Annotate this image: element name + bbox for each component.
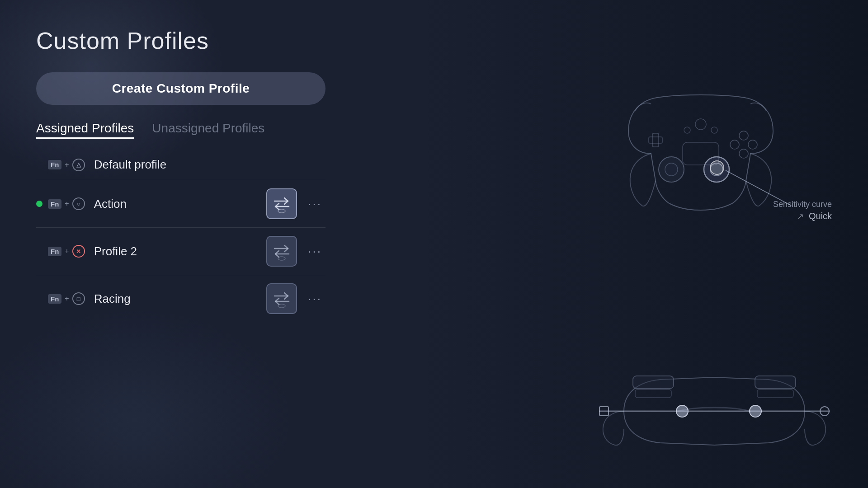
switch-icon	[272, 194, 292, 214]
profile-item-default[interactable]: Fn + △ Default profile	[36, 150, 326, 180]
sensitivity-value: ↗ Quick	[773, 211, 832, 221]
svg-rect-26	[635, 389, 671, 398]
profile-item-profile2[interactable]: Fn + ✕ Profile 2 ···	[36, 228, 326, 275]
plus-sign: +	[65, 200, 69, 208]
svg-point-20	[695, 119, 706, 130]
svg-rect-25	[755, 376, 796, 389]
svg-point-10	[665, 163, 678, 176]
shortcut-badge-default: Fn + △	[48, 159, 85, 171]
shortcut-badge-action: Fn + ○	[48, 197, 85, 210]
controller-top-area: Sensitivity curve ↗ Quick	[624, 90, 832, 244]
switch-profile-button-racing[interactable]	[266, 283, 297, 314]
sensitivity-info: Sensitivity curve ↗ Quick	[773, 200, 832, 221]
more-options-button-action[interactable]: ···	[304, 195, 326, 213]
cross-symbol: ✕	[72, 245, 85, 258]
svg-rect-14	[649, 137, 662, 143]
fn-key: Fn	[48, 294, 61, 304]
more-options-button-profile2[interactable]: ···	[304, 243, 326, 260]
triangle-symbol: △	[72, 159, 85, 171]
shortcut-badge-profile2: Fn + ✕	[48, 245, 85, 258]
fn-key: Fn	[48, 160, 61, 169]
item-actions-profile2: ···	[266, 236, 326, 267]
slider-thumb-right[interactable]	[749, 405, 762, 418]
switch-profile-button-profile2[interactable]	[266, 236, 297, 267]
slider-end-left	[599, 406, 609, 416]
profile-name-action: Action	[94, 197, 267, 211]
svg-point-22	[711, 127, 717, 133]
svg-point-21	[684, 127, 690, 133]
profile-name-profile2: Profile 2	[94, 244, 267, 258]
svg-rect-13	[652, 133, 659, 147]
plus-sign: +	[65, 247, 69, 255]
svg-point-18	[739, 149, 748, 158]
profile-item-action[interactable]: Fn + ○ Action ···	[36, 180, 326, 228]
svg-point-15	[730, 140, 739, 149]
controller-top-svg	[624, 90, 778, 217]
inactive-indicator	[36, 162, 42, 168]
tab-assigned-profiles[interactable]: Assigned Profiles	[36, 121, 134, 139]
svg-rect-24	[633, 376, 674, 389]
tab-unassigned-profiles[interactable]: Unassigned Profiles	[152, 121, 264, 139]
shortcut-badge-racing: Fn + □	[48, 292, 85, 305]
svg-point-5	[278, 257, 285, 260]
fn-key: Fn	[48, 199, 61, 209]
slider-thumb-left[interactable]	[676, 405, 689, 418]
profile-name-default: Default profile	[94, 158, 326, 172]
plus-sign: +	[65, 161, 69, 169]
square-symbol: □	[72, 292, 85, 305]
active-indicator	[36, 201, 42, 207]
fn-key: Fn	[48, 247, 61, 256]
circle-symbol: ○	[72, 197, 85, 210]
create-custom-profile-button[interactable]: Create Custom Profile	[36, 72, 326, 105]
profile-name-racing: Racing	[94, 292, 267, 306]
svg-rect-27	[757, 389, 793, 398]
switch-icon	[272, 241, 292, 261]
slider-track	[599, 411, 830, 412]
switch-profile-button-action[interactable]	[266, 188, 297, 219]
svg-point-2	[278, 209, 285, 213]
item-actions-racing: ···	[266, 283, 326, 314]
inactive-indicator	[36, 248, 42, 254]
svg-point-8	[278, 304, 285, 308]
page-title: Custom Profiles	[36, 27, 832, 54]
more-options-button-racing[interactable]: ···	[304, 290, 326, 308]
plus-sign: +	[65, 295, 69, 303]
profile-list: Fn + △ Default profile Fn + ○ Action	[36, 150, 326, 322]
sensitivity-curve-label: Sensitivity curve	[773, 200, 832, 209]
item-actions-action: ···	[266, 188, 326, 219]
stick-highlight	[710, 160, 724, 175]
slider-end-right	[820, 406, 830, 416]
inactive-indicator	[36, 296, 42, 302]
svg-point-16	[739, 131, 748, 140]
controller-bottom-area	[588, 371, 841, 452]
profile-item-racing[interactable]: Fn + □ Racing ···	[36, 275, 326, 322]
svg-point-17	[748, 140, 757, 149]
switch-icon	[272, 289, 292, 309]
